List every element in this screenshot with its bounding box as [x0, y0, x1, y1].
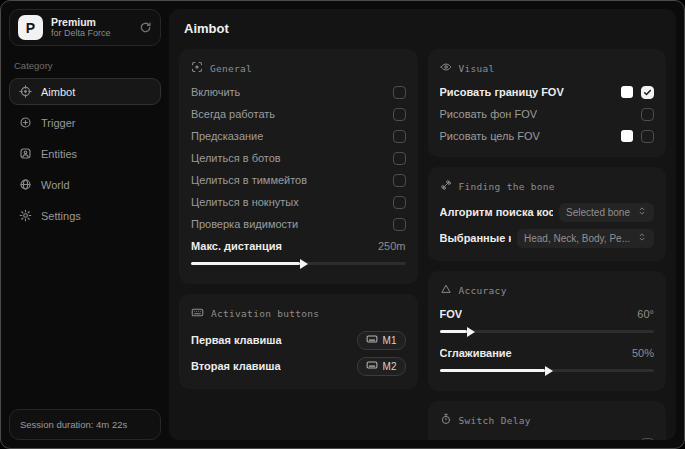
sidebar-item-label: Trigger — [41, 117, 75, 129]
accuracy-header: Accuracy — [459, 285, 507, 296]
selected-bones-label: Выбранные кос — [440, 232, 512, 244]
fov-border-row: Рисовать границу FOV — [440, 81, 655, 103]
chevron-up-down-icon — [637, 232, 647, 244]
fov-border-color-swatch[interactable] — [621, 86, 633, 98]
slider-thumb[interactable] — [467, 327, 475, 337]
keyboard-icon — [191, 306, 204, 321]
trigger-icon — [19, 116, 32, 129]
enable-checkbox[interactable] — [393, 86, 406, 99]
selected-bones-row: Выбранные кос Head, Neck, Body, Pe... — [440, 225, 655, 251]
finding-bone-card: Finding the bone Алгоритм поиска кост Se… — [428, 167, 667, 261]
second-key-value: M2 — [383, 361, 397, 372]
triangle-icon — [440, 283, 452, 297]
category-label: Category — [14, 60, 156, 71]
toggle-row-target-bots: Целиться в ботов — [191, 147, 406, 169]
smoothing-slider[interactable] — [440, 369, 655, 372]
switch-delay-toggle-label: Задержка переключения — [440, 438, 567, 440]
sidebar-item-trigger[interactable]: Trigger — [9, 109, 161, 136]
max-distance-slider[interactable] — [191, 262, 406, 265]
max-distance-row: Макс. дистанция 250m — [191, 235, 406, 257]
gear-icon — [19, 209, 32, 222]
switch-delay-checkbox[interactable] — [641, 438, 654, 441]
page-title: Aimbot — [184, 21, 666, 36]
fov-border-checkbox[interactable] — [641, 86, 654, 99]
fov-slider[interactable] — [440, 330, 655, 333]
fov-target-row: Рисовать цель FOV — [440, 125, 655, 147]
sidebar-item-entities[interactable]: Entities — [9, 140, 161, 167]
sidebar-item-label: World — [41, 179, 70, 191]
bone-algorithm-dropdown[interactable]: Selected bone — [559, 203, 654, 222]
toggle-row-enable: Включить — [191, 81, 406, 103]
scan-icon — [191, 61, 203, 75]
prediction-checkbox[interactable] — [393, 130, 406, 143]
selected-bones-dropdown[interactable]: Head, Neck, Body, Pe... — [517, 229, 654, 248]
entities-icon — [19, 147, 32, 160]
main-panel: Aimbot General — [169, 9, 676, 440]
app-logo: P — [18, 15, 43, 40]
session-duration-box: Session duration: 4m 22s — [9, 409, 161, 440]
first-key-label: Первая клавиша — [191, 334, 282, 346]
fov-border-label: Рисовать границу FOV — [440, 86, 564, 98]
bone-algorithm-label: Алгоритм поиска кост — [440, 206, 554, 218]
app-window: P Premium for Delta Force Category Aimbo… — [0, 0, 685, 449]
toggle-label: Проверка видимости — [191, 218, 298, 230]
second-key-row: Вторая клавиша M2 — [191, 353, 406, 379]
target-teammates-checkbox[interactable] — [393, 174, 406, 187]
smoothing-value: 50% — [632, 347, 654, 359]
max-distance-label: Макс. дистанция — [191, 240, 282, 252]
first-key-row: Первая клавиша M1 — [191, 327, 406, 353]
sidebar-item-label: Settings — [41, 210, 81, 222]
sidebar-item-settings[interactable]: Settings — [9, 202, 161, 229]
stopwatch-icon — [440, 413, 452, 427]
toggle-label: Целиться в нокнутых — [191, 196, 299, 208]
fov-value: 60° — [637, 308, 654, 320]
smoothing-slider-row: Сглаживание 50% — [440, 342, 655, 364]
sync-icon[interactable] — [139, 21, 152, 34]
switch-delay-card: Switch Delay Задержка переключения Задер… — [428, 401, 667, 440]
app-subtitle: for Delta Force — [51, 28, 111, 39]
target-knocked-checkbox[interactable] — [393, 196, 406, 209]
fov-target-checkbox[interactable] — [641, 130, 654, 143]
sidebar-item-world[interactable]: World — [9, 171, 161, 198]
sidebar-item-label: Aimbot — [41, 86, 75, 98]
crosshair-icon — [19, 85, 32, 98]
switch-delay-toggle-row: Задержка переключения — [440, 433, 655, 440]
general-card: General Включить Всегда работать Предска… — [179, 49, 418, 284]
fov-target-color-swatch[interactable] — [621, 130, 633, 142]
fov-label: FOV — [440, 308, 463, 320]
keyboard-icon — [366, 359, 378, 373]
second-key-label: Вторая клавиша — [191, 360, 281, 372]
bone-algorithm-value: Selected bone — [566, 207, 630, 218]
app-title: Premium — [51, 16, 111, 29]
max-distance-value: 250m — [378, 240, 406, 252]
first-key-value: M1 — [383, 335, 397, 346]
sidebar-nav: Aimbot Trigger Entities — [9, 78, 161, 233]
smoothing-label: Сглаживание — [440, 347, 512, 359]
keyboard-icon — [366, 333, 378, 347]
activation-buttons-card: Activation buttons Первая клавиша M1 — [179, 294, 418, 389]
target-bots-checkbox[interactable] — [393, 152, 406, 165]
toggle-label: Целиться в ботов — [191, 152, 281, 164]
toggle-label: Предсказание — [191, 130, 263, 142]
accuracy-card: Accuracy FOV 60° Сглаживание 50% — [428, 271, 667, 391]
toggle-row-visibility-check: Проверка видимости — [191, 213, 406, 235]
second-key-button[interactable]: M2 — [357, 357, 406, 376]
visibility-check-checkbox[interactable] — [393, 218, 406, 231]
always-work-checkbox[interactable] — [393, 108, 406, 121]
fov-target-label: Рисовать цель FOV — [440, 130, 540, 142]
toggle-label: Целиться в тиммейтов — [191, 174, 307, 186]
switch-delay-header: Switch Delay — [459, 415, 531, 426]
first-key-button[interactable]: M1 — [357, 331, 406, 350]
sidebar-item-aimbot[interactable]: Aimbot — [9, 78, 161, 105]
fov-background-checkbox[interactable] — [641, 108, 654, 121]
slider-thumb[interactable] — [300, 259, 308, 269]
activation-header: Activation buttons — [211, 308, 319, 319]
chevron-up-down-icon — [637, 206, 647, 218]
selected-bones-value: Head, Neck, Body, Pe... — [524, 233, 630, 244]
bone-algorithm-row: Алгоритм поиска кост Selected bone — [440, 199, 655, 225]
sidebar-item-label: Entities — [41, 148, 77, 160]
visual-header: Visual — [459, 63, 495, 74]
bone-icon — [440, 179, 452, 193]
session-duration-label: Session duration: 4m 22s — [20, 419, 127, 430]
slider-thumb[interactable] — [545, 366, 553, 376]
